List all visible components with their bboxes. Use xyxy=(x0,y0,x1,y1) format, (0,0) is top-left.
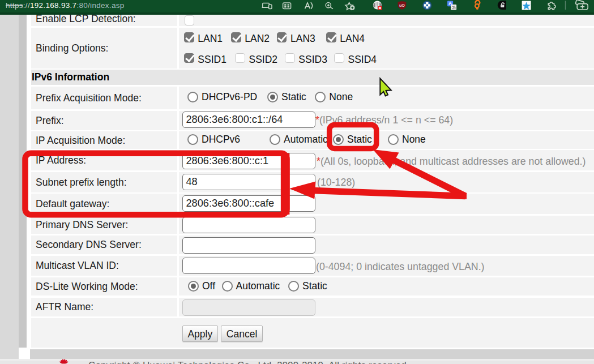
svg-text:uO: uO xyxy=(399,3,405,8)
